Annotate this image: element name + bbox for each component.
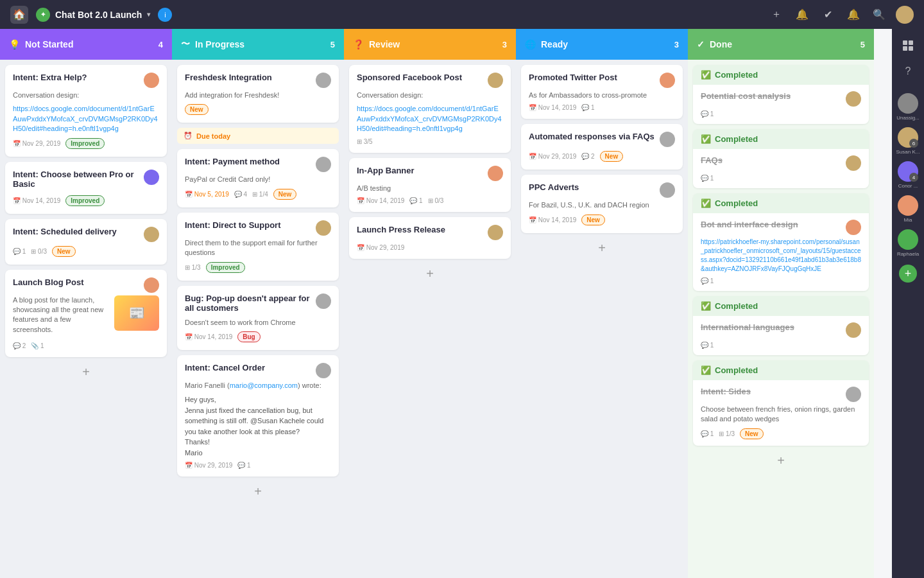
completed-label: Completed: [715, 70, 758, 80]
sidebar-icon-question[interactable]: ?: [896, 60, 920, 83]
card-twitter-post[interactable]: Promoted Twitter Post As for Ambassadors…: [521, 65, 683, 119]
card-title: Bot and interface design: [701, 220, 798, 229]
user-avatar[interactable]: [896, 6, 914, 24]
avatar: [144, 170, 159, 185]
badge-improved: Improved: [206, 262, 245, 273]
chevron-down-icon: ▾: [147, 11, 150, 18]
card-ppc-adverts[interactable]: PPC Adverts For Bazil, U.S., U.K. and DA…: [521, 175, 683, 232]
alert-icon[interactable]: 🔔: [793, 6, 811, 24]
card-direct-to-support[interactable]: Intent: Direct to Support Direct them to…: [177, 213, 339, 281]
card-footer: 💬 1: [701, 175, 861, 182]
card-launch-blog[interactable]: Launch Blog Post A blog post for the lau…: [5, 270, 167, 358]
avatar: [316, 293, 331, 309]
completed-card[interactable]: FAQs 💬 1: [693, 149, 869, 188]
avatar-label: Conor ...: [893, 183, 923, 189]
search-button[interactable]: 🔍: [870, 6, 888, 24]
card-cancel-order[interactable]: Intent: Cancel Order Mario Fanelli (mari…: [177, 355, 339, 477]
sidebar-icon-grid[interactable]: [896, 34, 920, 57]
sidebar-avatar-susan[interactable]: 6 Susan K...: [893, 127, 923, 155]
completed-card[interactable]: Potential cost analysis 💬 1: [693, 85, 869, 124]
col-title-done: Done: [710, 39, 732, 49]
completed-check-icon: ✅: [701, 70, 711, 80]
col-count-ready: 3: [674, 40, 679, 49]
card-title: Launch Blog Post: [13, 277, 84, 287]
info-button[interactable]: i: [158, 8, 172, 22]
card-footer: 📅 Nov 29, 2019 💬 2 New: [529, 151, 675, 162]
card-email-body: Hey guys,Jenna just fixed the cancellati…: [185, 394, 331, 458]
avatar-raphaela: [898, 229, 918, 250]
check-icon[interactable]: ✔: [819, 6, 837, 24]
add-card-button[interactable]: +: [5, 362, 167, 382]
avatar: [316, 157, 331, 172]
add-card-button[interactable]: +: [521, 238, 683, 258]
card-extra-help[interactable]: Intent: Extra Help? Conversation design:…: [5, 65, 167, 157]
card-desc: A/B testing: [357, 184, 503, 193]
sidebar-avatar-conor[interactable]: 4 Conor ...: [893, 161, 923, 189]
add-button[interactable]: ＋: [767, 6, 785, 24]
avatar-label: Susan K...: [893, 149, 923, 155]
avatar-conor: 4: [898, 161, 918, 182]
card-link[interactable]: https://docs.google.com/document/d/1ntGa…: [357, 104, 503, 134]
sidebar-avatar-raphaela[interactable]: Raphaela: [897, 229, 919, 257]
card-popup-bug[interactable]: Bug: Pop-up doesn't appear for all custo…: [177, 286, 339, 350]
card-inapp-banner[interactable]: In-App Banner A/B testing 📅 Nov 14, 2019…: [349, 158, 511, 212]
card-title: Intent: Sides: [701, 387, 751, 396]
card-facebook-post[interactable]: Sponsored Facebook Post Conversation des…: [349, 65, 511, 153]
col-title-ready: Ready: [541, 39, 568, 49]
card-title: Bug: Pop-up doesn't appear for all custo…: [185, 293, 316, 313]
avatar: [488, 166, 503, 181]
avatar-susan: 6: [898, 127, 918, 148]
card-choose-pro-basic[interactable]: Intent: Choose between Pro or Basic 📅 No…: [5, 162, 167, 214]
card-footer: 💬 1 ⊞ 1/3 New: [701, 428, 861, 439]
card-footer: 📅 Nov 14, 2019 💬 1 ⊞ 0/3: [357, 197, 503, 204]
avatar: [660, 182, 675, 198]
card-footer: 💬 1 ⊞ 0/3 New: [13, 246, 159, 257]
sidebar-avatar-unassigned[interactable]: Unassig...: [893, 93, 923, 121]
card-footer: 💬 1: [701, 342, 861, 349]
column-in-progress: 〜 In Progress 5 Freshdesk Integration Ad…: [172, 29, 344, 578]
sidebar-add-button[interactable]: +: [899, 265, 917, 283]
card-freshdesk[interactable]: Freshdesk Integration Add integration fo…: [177, 65, 339, 123]
card-desc: Doesn't seem to work from Chrome: [185, 318, 331, 328]
card-date: 📅 Nov 29, 2019: [357, 244, 404, 251]
completed-header: ✅ Completed: [693, 360, 869, 380]
card-link[interactable]: https://patrickhoefler-my.sharepoint.com…: [701, 238, 861, 274]
completed-card[interactable]: Bot and interface design https://patrick…: [693, 213, 869, 291]
completed-card[interactable]: International languages 💬 1: [693, 316, 869, 355]
card-title: Intent: Choose between Pro or Basic: [13, 170, 144, 189]
col-count-in-progress: 5: [330, 40, 335, 49]
info-icon: i: [164, 11, 166, 19]
col-title-not-started: Not Started: [25, 39, 73, 49]
card-comments: 💬 2: [13, 342, 26, 349]
card-email-header: Mario Fanelli (mario@company.com) wrote:: [185, 381, 331, 390]
completed-label: Completed: [715, 301, 758, 311]
card-press-release[interactable]: Launch Press Release 📅 Nov 29, 2019: [349, 217, 511, 259]
home-button[interactable]: 🏠: [10, 6, 28, 24]
add-card-button[interactable]: +: [177, 482, 339, 502]
avatar: [846, 155, 861, 171]
avatar-label: Unassig...: [893, 115, 923, 121]
column-ready: 🌐 Ready 3 Promoted Twitter Post As for A…: [516, 29, 688, 578]
card-faqs-auto[interactable]: Automated responses via FAQs 📅 Nov 29, 2…: [521, 124, 683, 170]
home-icon: 🏠: [13, 8, 26, 21]
card-footer: 📅 Nov 29, 2019 Improved: [13, 138, 159, 149]
card-payment-method[interactable]: Intent: Payment method PayPal or Credit …: [177, 149, 339, 207]
card-date: 📅 Nov 5, 2019: [185, 191, 229, 198]
card-title: Intent: Scheduled delivery: [13, 227, 117, 236]
col-icon-review: ❓: [353, 39, 364, 49]
card-scheduled-delivery[interactable]: Intent: Scheduled delivery 💬 1 ⊞ 0/3 New: [5, 219, 167, 265]
col-title-in-progress: In Progress: [195, 39, 244, 49]
card-title: Launch Press Release: [357, 225, 445, 234]
sidebar-avatar-mia[interactable]: Mia: [898, 195, 918, 223]
col-icon-ready: 🌐: [525, 39, 536, 49]
card-link[interactable]: https://docs.google.com/document/d/1ntGa…: [13, 104, 159, 134]
avatar-label: Mia: [904, 217, 912, 223]
badge-new: New: [740, 428, 764, 439]
completed-card[interactable]: Intent: Sides Choose between french frie…: [693, 380, 869, 446]
card-title: In-App Banner: [357, 166, 415, 175]
svg-rect-0: [903, 40, 907, 45]
add-card-button[interactable]: +: [693, 451, 869, 471]
completed-header: ✅ Completed: [693, 193, 869, 213]
add-card-button[interactable]: +: [349, 264, 511, 284]
notification-icon[interactable]: 🔔: [844, 6, 862, 24]
